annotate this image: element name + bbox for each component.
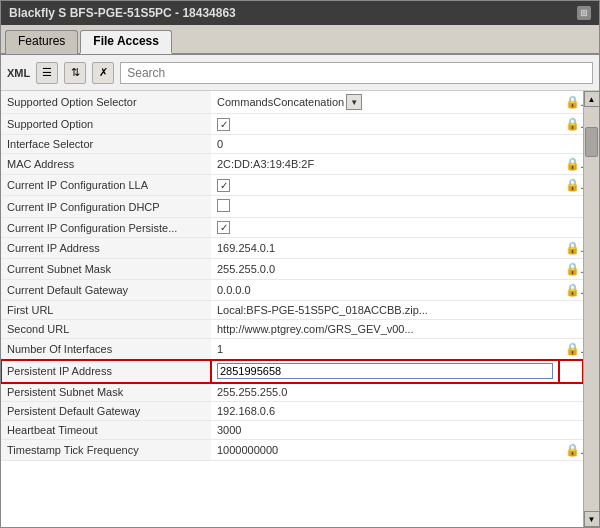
lock-cell xyxy=(559,320,583,339)
lock-cell xyxy=(559,196,583,218)
list-view-button[interactable]: ☰ xyxy=(36,62,58,84)
lock-cell: 🔒 xyxy=(559,339,583,360)
lock-cell xyxy=(559,421,583,440)
property-value: 255.255.255.0 xyxy=(211,383,559,402)
property-value[interactable] xyxy=(211,175,559,196)
lock-cell xyxy=(559,301,583,320)
scroll-up-button[interactable]: ▲ xyxy=(584,91,600,107)
property-value: 2C:DD:A3:19:4B:2F xyxy=(211,154,559,175)
property-label: Heartbeat Timeout xyxy=(1,421,211,440)
table-row: Persistent IP Address xyxy=(1,360,583,383)
checkbox-checked[interactable] xyxy=(217,221,230,234)
property-value[interactable] xyxy=(211,360,559,383)
scroll-down-button[interactable]: ▼ xyxy=(584,511,600,527)
lock-icon: 🔒 xyxy=(565,262,583,276)
lock-icon: 🔒 xyxy=(565,283,583,297)
property-label: Persistent Subnet Mask xyxy=(1,383,211,402)
lock-cell: 🔒 xyxy=(559,175,583,196)
lock-icon: 🔒 xyxy=(565,117,583,131)
lock-icon: 🔒 xyxy=(565,178,583,192)
lock-cell: 🔒 xyxy=(559,280,583,301)
property-label: Number Of Interfaces xyxy=(1,339,211,360)
property-value[interactable] xyxy=(211,196,559,218)
property-label: Current IP Address xyxy=(1,238,211,259)
table-row: Supported Option SelectorCommandsConcate… xyxy=(1,91,583,114)
filter-button[interactable]: ✗ xyxy=(92,62,114,84)
lock-cell: 🔒 xyxy=(559,440,583,461)
property-value: 169.254.0.1 xyxy=(211,238,559,259)
lock-icon: 🔒 xyxy=(565,443,583,457)
property-label: Current IP Configuration LLA xyxy=(1,175,211,196)
window-title: Blackfly S BFS-PGE-51S5PC - 18434863 xyxy=(9,6,236,20)
grid-icon: ⊞ xyxy=(577,6,591,20)
properties-table: Supported Option SelectorCommandsConcate… xyxy=(1,91,583,461)
lock-icon: 🔒 xyxy=(565,157,583,171)
property-value: 255.255.0.0 xyxy=(211,259,559,280)
property-value: 192.168.0.6 xyxy=(211,402,559,421)
property-value[interactable]: CommandsConcatenation▼ xyxy=(211,91,559,114)
table-row: Timestamp Tick Frequency1000000000🔒 xyxy=(1,440,583,461)
property-label: First URL xyxy=(1,301,211,320)
lock-cell xyxy=(559,135,583,154)
table-row: First URLLocal:BFS-PGE-51S5PC_018ACCBB.z… xyxy=(1,301,583,320)
property-label: Current Subnet Mask xyxy=(1,259,211,280)
lock-cell: 🔒 xyxy=(559,259,583,280)
properties-table-container: Supported Option SelectorCommandsConcate… xyxy=(1,91,583,527)
table-row: Heartbeat Timeout3000 xyxy=(1,421,583,440)
toolbar: XML ☰ ⇅ ✗ xyxy=(1,55,599,91)
property-label: Current Default Gateway xyxy=(1,280,211,301)
lock-cell: 🔒 xyxy=(559,114,583,135)
property-label: Current IP Configuration Persiste... xyxy=(1,218,211,238)
sort-button[interactable]: ⇅ xyxy=(64,62,86,84)
checkbox-checked[interactable] xyxy=(217,179,230,192)
tab-features[interactable]: Features xyxy=(5,30,78,54)
scroll-track[interactable] xyxy=(584,107,599,511)
lock-icon: 🔒 xyxy=(565,95,583,109)
property-input[interactable] xyxy=(217,363,553,379)
table-row: Current IP Address169.254.0.1🔒 xyxy=(1,238,583,259)
property-value: Local:BFS-PGE-51S5PC_018ACCBB.zip... xyxy=(211,301,559,320)
table-row: Current IP Configuration Persiste... xyxy=(1,218,583,238)
property-label: Current IP Configuration DHCP xyxy=(1,196,211,218)
table-row: Second URLhttp://www.ptgrey.com/GRS_GEV_… xyxy=(1,320,583,339)
table-row: Supported Option🔒 xyxy=(1,114,583,135)
lock-cell xyxy=(559,360,583,383)
property-label: Supported Option xyxy=(1,114,211,135)
table-row: Current Default Gateway0.0.0.0🔒 xyxy=(1,280,583,301)
search-input[interactable] xyxy=(120,62,593,84)
lock-icon: 🔒 xyxy=(565,241,583,255)
lock-cell xyxy=(559,402,583,421)
property-value: 3000 xyxy=(211,421,559,440)
dropdown-arrow-icon[interactable]: ▼ xyxy=(346,94,362,110)
table-row: Current IP Configuration DHCP xyxy=(1,196,583,218)
property-label: Interface Selector xyxy=(1,135,211,154)
property-label: Timestamp Tick Frequency xyxy=(1,440,211,461)
property-value: 0 xyxy=(211,135,559,154)
property-label: Persistent IP Address xyxy=(1,360,211,383)
main-window: Blackfly S BFS-PGE-51S5PC - 18434863 ⊞ F… xyxy=(0,0,600,528)
lock-cell xyxy=(559,218,583,238)
property-label: MAC Address xyxy=(1,154,211,175)
property-value[interactable] xyxy=(211,218,559,238)
table-row: Persistent Subnet Mask255.255.255.0 xyxy=(1,383,583,402)
lock-cell: 🔒 xyxy=(559,91,583,114)
title-bar-controls: ⊞ xyxy=(577,6,591,20)
table-row: MAC Address2C:DD:A3:19:4B:2F🔒 xyxy=(1,154,583,175)
property-value: http://www.ptgrey.com/GRS_GEV_v00... xyxy=(211,320,559,339)
tab-bar: Features File Access xyxy=(1,25,599,55)
table-row: Interface Selector0 xyxy=(1,135,583,154)
scrollbar[interactable]: ▲ ▼ xyxy=(583,91,599,527)
checkbox-checked[interactable] xyxy=(217,118,230,131)
tab-file-access[interactable]: File Access xyxy=(80,30,172,54)
lock-cell: 🔒 xyxy=(559,154,583,175)
scroll-thumb[interactable] xyxy=(585,127,598,157)
property-label: Persistent Default Gateway xyxy=(1,402,211,421)
checkbox-empty[interactable] xyxy=(217,199,230,212)
lock-cell: 🔒 xyxy=(559,238,583,259)
lock-icon: 🔒 xyxy=(565,342,583,356)
property-label: Supported Option Selector xyxy=(1,91,211,114)
lock-cell xyxy=(559,383,583,402)
property-value: 1000000000 xyxy=(211,440,559,461)
property-value[interactable] xyxy=(211,114,559,135)
table-row: Current Subnet Mask255.255.0.0🔒 xyxy=(1,259,583,280)
